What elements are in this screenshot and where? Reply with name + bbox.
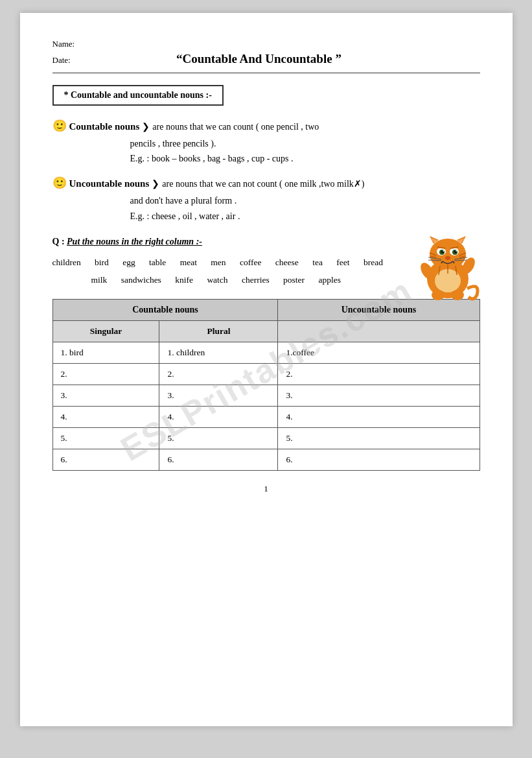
uncountable-arrow: ❯ <box>152 176 159 192</box>
row-4-singular[interactable]: 4. <box>52 407 159 428</box>
nouns-table: Countable nouns Uncountable nouns Singul… <box>52 299 480 471</box>
table-row: 5.5.5. <box>52 428 480 449</box>
row-2-uncountable[interactable]: 2. <box>278 364 480 385</box>
date-label: Date: <box>52 55 71 65</box>
word-egg: egg <box>122 254 135 271</box>
countable-definition: 🙂 Countable nouns ❯ are nouns that we ca… <box>52 116 480 167</box>
table-row: 2.2.2. <box>52 364 480 385</box>
countable-smiley-icon: 🙂 <box>52 116 67 136</box>
name-label: Name: <box>52 39 75 49</box>
word-poster: poster <box>283 271 305 289</box>
word-coffee: coffee <box>240 254 261 271</box>
word-cheese: cheese <box>275 254 299 271</box>
word-bird: bird <box>95 254 109 271</box>
svg-point-16 <box>443 250 444 252</box>
table-row: 1. bird1. children1.coffee <box>52 342 480 364</box>
word-apples: apples <box>318 271 341 289</box>
uncountable-def2: and don't have a plural form . <box>130 193 480 209</box>
row-4-uncountable[interactable]: 4. <box>278 407 480 428</box>
date-line: Date: “Countable And Uncountable ” <box>52 52 480 66</box>
row-4-plural[interactable]: 4. <box>159 407 278 428</box>
countable-arrow: ❯ <box>142 119 150 135</box>
row-3-uncountable[interactable]: 3. <box>278 385 480 407</box>
uncountable-smiley-icon: 🙂 <box>52 173 67 193</box>
word-meat: meat <box>180 254 197 271</box>
row-5-singular[interactable]: 5. <box>52 428 159 449</box>
row-1-plural[interactable]: 1. children <box>159 342 278 364</box>
row-2-plural[interactable]: 2. <box>159 364 278 385</box>
row-6-uncountable[interactable]: 6. <box>278 449 480 471</box>
word-children: children <box>52 254 81 271</box>
svg-point-30 <box>432 290 445 300</box>
word-table: table <box>149 254 166 271</box>
svg-point-31 <box>451 290 464 300</box>
word-tea: tea <box>312 254 323 271</box>
table-row: 6.6.6. <box>52 449 480 471</box>
question-text: Put the nouns in the right column :- <box>67 237 202 246</box>
row-6-singular[interactable]: 6. <box>52 449 159 471</box>
svg-point-20 <box>445 256 450 260</box>
worksheet-page: ESLPrintables.com Name: Date: “Countable… <box>20 13 513 726</box>
word-knife: knife <box>175 271 193 289</box>
word-feet: feet <box>336 254 349 271</box>
sub-plural: Plural <box>159 321 278 342</box>
uncountable-example: E.g. : cheese , oil , water , air . <box>130 209 480 224</box>
page-title: “Countable And Uncountable ” <box>176 52 341 65</box>
uncountable-def1: are nouns that we can not count ( one mi… <box>162 176 364 192</box>
countable-def2: pencils , three pencils ). <box>130 136 480 152</box>
sub-singular: Singular <box>52 321 159 342</box>
question-prefix: Q : <box>52 237 67 246</box>
word-cherries: cherries <box>242 271 270 289</box>
page-number: 1 <box>52 484 480 494</box>
word-men: men <box>211 254 226 271</box>
countable-def1: are nouns that we can count ( one pencil… <box>152 119 319 135</box>
word-sandwiches: sandwiches <box>121 271 161 289</box>
sub-uncountable-empty <box>278 321 480 342</box>
table-row: 4.4.4. <box>52 407 480 428</box>
header-uncountable: Uncountable nouns <box>278 300 480 321</box>
uncountable-label: Uncountable nouns <box>69 176 150 193</box>
row-6-plural[interactable]: 6. <box>159 449 278 471</box>
table-row: 3.3.3. <box>52 385 480 407</box>
row-2-singular[interactable]: 2. <box>52 364 159 385</box>
name-line: Name: <box>52 39 480 49</box>
row-3-singular[interactable]: 3. <box>52 385 159 407</box>
word-milk: milk <box>91 271 108 289</box>
row-5-plural[interactable]: 5. <box>159 428 278 449</box>
countable-example: E.g. : book – books , bag - bags , cup -… <box>130 151 480 167</box>
section-header-text: * Countable and uncountable nouns :- <box>64 90 212 100</box>
header-countable: Countable nouns <box>52 300 278 321</box>
row-1-uncountable[interactable]: 1.coffee <box>278 342 480 364</box>
row-1-singular[interactable]: 1. bird <box>52 342 159 364</box>
title-divider <box>52 73 480 73</box>
word-bread: bread <box>364 254 383 271</box>
row-5-uncountable[interactable]: 5. <box>278 428 480 449</box>
svg-point-17 <box>456 250 457 252</box>
countable-label: Countable nouns <box>69 119 140 136</box>
garfield-image <box>415 227 480 298</box>
row-3-plural[interactable]: 3. <box>159 385 278 407</box>
uncountable-definition: 🙂 Uncountable nouns ❯ are nouns that we … <box>52 173 480 224</box>
word-watch: watch <box>207 271 227 289</box>
section-header-box: * Countable and uncountable nouns :- <box>52 85 224 106</box>
